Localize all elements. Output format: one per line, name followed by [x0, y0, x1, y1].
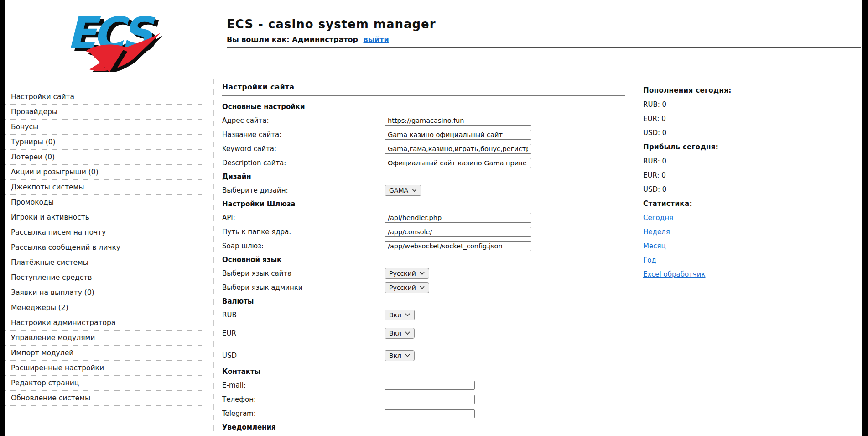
section-basic-settings: Основные настройки — [222, 100, 625, 113]
soap-gateway-input[interactable] — [385, 241, 531, 251]
phone-label: Телефон: — [222, 395, 385, 404]
site-keyword-input[interactable] — [385, 144, 531, 154]
section-gateway: Настройки Шлюза — [222, 197, 625, 210]
deposits-usd: USD: 0 — [643, 126, 785, 140]
site-address-input[interactable] — [385, 116, 531, 126]
currency-eur-value: Вкл — [389, 330, 401, 337]
currency-usd-label: USD — [222, 352, 385, 360]
admin-language-row: Выбери язык админки Русский — [222, 280, 625, 294]
sidebar-item-players[interactable]: Игроки и активность — [5, 210, 202, 225]
soap-gateway-label: Soap шлюз: — [222, 242, 385, 250]
core-path-row: Путь к папке ядра: — [222, 225, 625, 239]
sidebar-item-payment-systems[interactable]: Платёжные системы — [5, 255, 202, 270]
sidebar-item-system-update[interactable]: Обновление системы — [5, 391, 202, 406]
design-select[interactable]: GAMA — [385, 185, 421, 196]
site-settings-panel: Настройки сайта Основные настройки Адрес… — [213, 77, 634, 436]
site-name-input[interactable] — [385, 130, 531, 140]
core-path-input[interactable] — [385, 227, 531, 237]
sidebar-item-site-settings[interactable]: Настройки сайта — [5, 89, 202, 105]
deposits-today-title: Пополнения сегодня: — [643, 83, 785, 97]
stats-link-today[interactable]: Сегодня — [643, 214, 673, 222]
core-path-label: Путь к папке ядра: — [222, 228, 385, 236]
statistics-title: Статистика: — [643, 196, 785, 210]
phone-input[interactable] — [385, 395, 475, 404]
stats-link-excel[interactable]: Excel обработчик — [643, 270, 705, 278]
sidebar-item-module-import[interactable]: Импорт модулей — [5, 346, 202, 361]
chevron-down-icon — [420, 272, 425, 275]
email-row: E-mail: — [222, 378, 625, 392]
sidebar-item-promotions[interactable]: Акции и розыгрыши (0) — [5, 165, 202, 180]
admin-language-select[interactable]: Русский — [385, 282, 429, 293]
login-status: Вы вошли как: Администратор выйти — [227, 35, 436, 44]
header-divider — [227, 47, 861, 48]
sidebar-item-promocodes[interactable]: Промокоды — [5, 195, 202, 210]
currency-rub-label: RUB — [222, 311, 385, 319]
sidebar-item-lotteries[interactable]: Лотереи (0) — [5, 150, 202, 165]
site-description-row: Description сайта: — [222, 156, 625, 170]
sidebar-item-tournaments[interactable]: Турниры (0) — [5, 135, 202, 150]
currency-usd-select[interactable]: Вкл — [385, 350, 415, 361]
profit-eur: EUR: 0 — [643, 168, 785, 182]
profit-today-title: Прибыль сегодня: — [643, 140, 785, 154]
email-label: E-mail: — [222, 381, 385, 389]
currency-rub-row: RUB Вкл — [222, 308, 625, 322]
api-label: API: — [222, 214, 385, 222]
page-title: ECS - casino system manager — [227, 17, 436, 31]
site-address-label: Адрес сайта: — [222, 116, 385, 125]
telegram-row: Telegram: — [222, 406, 625, 420]
sidebar-item-jackpots[interactable]: Джекпоты системы — [5, 180, 202, 195]
sidebar-item-managers[interactable]: Менеджеры (2) — [5, 300, 202, 315]
sidebar-item-email-mailing[interactable]: Рассылка писем на почту — [5, 225, 202, 240]
sidebar-menu: Настройки сайта Провайдеры Бонусы Турнир… — [5, 89, 202, 406]
deposits-eur: EUR: 0 — [643, 111, 785, 126]
design-select-row: Выберите дизайн: GAMA — [222, 183, 625, 197]
currency-usd-value: Вкл — [389, 352, 401, 359]
sidebar-item-payout-requests[interactable]: Заявки на выплату (0) — [5, 285, 202, 300]
deposits-rub: RUB: 0 — [643, 97, 785, 111]
site-description-input[interactable] — [385, 158, 531, 168]
sidebar-item-page-editor[interactable]: Редактор страниц — [5, 376, 202, 391]
site-language-label: Выбери язык сайта — [222, 269, 385, 278]
section-main-language: Основной язык — [222, 253, 625, 266]
soap-gateway-row: Soap шлюз: — [222, 239, 625, 253]
deposit-notification-row: При пополнение счета: — [222, 434, 625, 436]
sidebar-item-advanced-settings[interactable]: Расширенные настройки — [5, 361, 202, 376]
sidebar-item-admin-settings[interactable]: Настройки администратора — [5, 315, 202, 331]
sidebar-item-providers[interactable]: Провайдеры — [5, 105, 202, 120]
section-notifications: Уведомления — [222, 420, 625, 434]
ecs-logo: ECS ECS — [63, 5, 162, 72]
currency-eur-select[interactable]: Вкл — [385, 328, 415, 339]
api-input[interactable] — [385, 213, 531, 223]
site-language-value: Русский — [389, 270, 416, 277]
chevron-down-icon — [420, 286, 425, 289]
api-row: API: — [222, 210, 625, 225]
stats-link-year[interactable]: Год — [643, 256, 656, 264]
currency-rub-select[interactable]: Вкл — [385, 310, 415, 320]
site-language-select[interactable]: Русский — [385, 268, 429, 279]
sidebar-item-pm-mailing[interactable]: Рассылка сообщений в личку — [5, 240, 202, 255]
currency-rub-value: Вкл — [389, 311, 401, 319]
site-language-row: Выбери язык сайта Русский — [222, 266, 625, 280]
logout-link[interactable]: выйти — [364, 35, 389, 44]
section-currencies: Валюты — [222, 294, 625, 308]
admin-language-value: Русский — [389, 284, 416, 291]
currency-usd-row: USD Вкл — [222, 348, 625, 362]
right-edge-bar — [862, 0, 868, 436]
section-contacts: Контакты — [222, 365, 625, 378]
sidebar-item-module-management[interactable]: Управление модулями — [5, 331, 202, 346]
chevron-down-icon — [405, 354, 410, 357]
site-name-label: Название сайта: — [222, 131, 385, 139]
telegram-input[interactable] — [385, 409, 475, 418]
email-input[interactable] — [385, 381, 475, 390]
site-address-row: Адрес сайта: — [222, 113, 625, 127]
left-edge-bar — [0, 0, 5, 436]
currency-eur-row: EUR Вкл — [222, 326, 625, 340]
profit-rub: RUB: 0 — [643, 154, 785, 168]
stats-link-month[interactable]: Месяц — [643, 242, 666, 250]
site-keyword-row: Keyword сайта: — [222, 142, 625, 156]
site-description-label: Description сайта: — [222, 159, 385, 167]
sidebar-item-incoming-funds[interactable]: Поступление средств — [5, 270, 202, 285]
stats-link-week[interactable]: Неделя — [643, 228, 670, 236]
site-keyword-label: Keyword сайта: — [222, 145, 385, 153]
sidebar-item-bonuses[interactable]: Бонусы — [5, 120, 202, 135]
